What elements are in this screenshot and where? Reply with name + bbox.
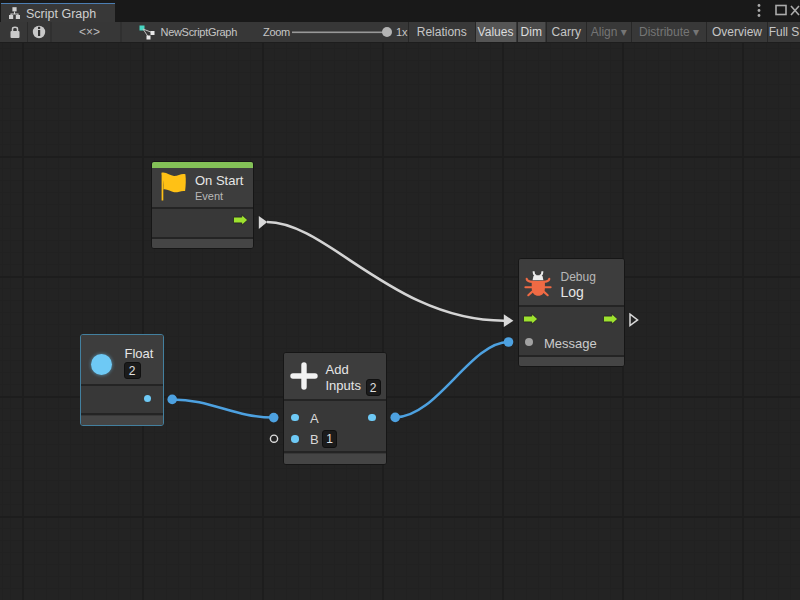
svg-text:Zoom: Zoom: [263, 26, 290, 38]
svg-text:1x: 1x: [396, 26, 408, 38]
svg-text:NewScriptGraph: NewScriptGraph: [161, 26, 238, 38]
svg-text:<×>: <×>: [79, 25, 100, 39]
